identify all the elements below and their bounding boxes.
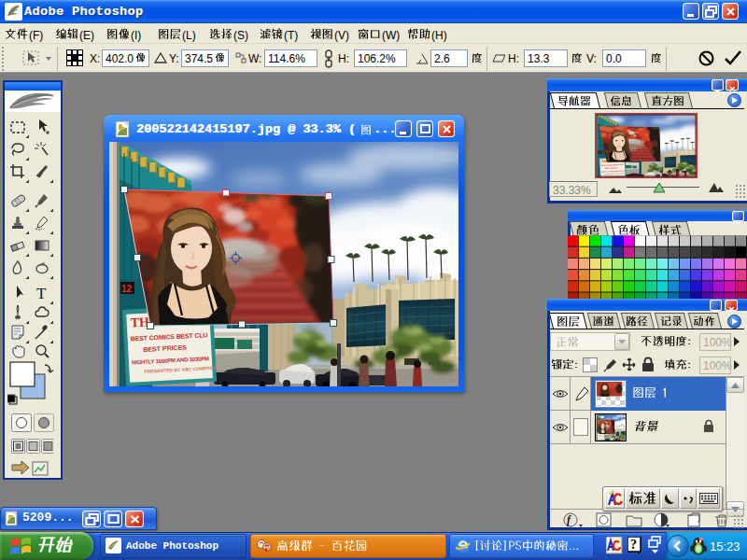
svg-text:?: ?: [630, 538, 637, 552]
svg-text:T: T: [36, 285, 47, 302]
